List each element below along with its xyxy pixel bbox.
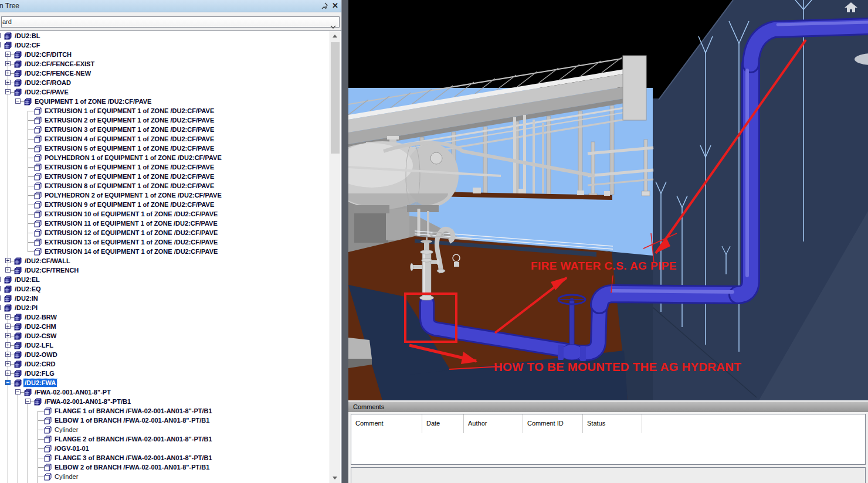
expand-toggle-icon[interactable] (5, 370, 11, 376)
tree-item[interactable]: FLANGE 2 of BRANCH /FWA-02-001-AN01-8"-P… (0, 434, 340, 444)
comments-table[interactable]: CommentDateAuthorComment IDStatus (351, 414, 866, 465)
tree-item[interactable]: EXTRUSION 11 of EQUIPMENT 1 of ZONE /DU2… (0, 219, 340, 228)
column-header-author[interactable]: Author (464, 414, 523, 433)
expand-toggle-icon[interactable] (5, 314, 11, 319)
tree-item[interactable]: /DU2-LFL (0, 341, 340, 350)
tree-item-label: /DU2:BL (13, 32, 41, 40)
tree-item[interactable]: /DU2:CF/FENCE-NEW (0, 69, 340, 78)
tree-item[interactable]: /DU2:CF/TRENCH (0, 266, 340, 275)
tree-item[interactable]: /DU2-CSW (0, 331, 340, 341)
comment-input-area[interactable] (351, 467, 866, 483)
collapse-toggle-icon[interactable] (5, 89, 11, 94)
tree-item-label: /DU2:CF/ROAD (23, 79, 72, 87)
tree-item[interactable]: /DU2-CHM (0, 322, 340, 331)
tree-item[interactable]: EXTRUSION 3 of EQUIPMENT 1 of ZONE /DU2:… (0, 125, 340, 134)
selection-tree[interactable]: /DU2:BL/DU2:CF/DU2:CF/DITCH/DU2:CF/FENCE… (0, 30, 341, 483)
tree-item[interactable]: EXTRUSION 5 of EQUIPMENT 1 of ZONE /DU2:… (0, 144, 340, 153)
collapse-toggle-icon[interactable] (0, 277, 1, 282)
tree-item-label: /DU2-LFL (23, 341, 55, 349)
tree-item[interactable]: /DU2:CF/ROAD (0, 78, 340, 87)
geometry-item-icon (34, 191, 42, 199)
tree-item[interactable]: POLYHEDRON 2 of EQUIPMENT 1 of ZONE /DU2… (0, 191, 340, 200)
geometry-item-icon (34, 135, 42, 142)
tree-item[interactable]: /DU2:FWA (0, 378, 340, 387)
tree-item[interactable]: /DU2-BRW (0, 312, 340, 322)
expand-toggle-icon[interactable] (5, 267, 11, 273)
collapse-toggle-icon[interactable] (15, 98, 21, 104)
panel-divider[interactable] (342, 0, 348, 483)
tree-item[interactable]: FLANGE 3 of BRANCH /FWA-02-001-AN01-8"-P… (0, 453, 340, 462)
tree-item[interactable]: EXTRUSION 14 of EQUIPMENT 1 of ZONE /DU2… (0, 247, 340, 256)
3d-viewport[interactable]: FIRE WATER C.S. AG PIPE HOW TO BE MOUNTE… (348, 0, 868, 400)
comments-panel-header[interactable]: Comments (348, 402, 868, 412)
tree-item[interactable]: ELBOW 1 of BRANCH /FWA-02-001-AN01-8"-PT… (0, 416, 340, 425)
tree-item[interactable]: /DU2:CF (0, 40, 340, 50)
column-header-comment[interactable]: Comment (351, 414, 422, 433)
tree-item[interactable]: /DU2:CF/DITCH (0, 50, 340, 59)
tree-item[interactable]: EXTRUSION 8 of EQUIPMENT 1 of ZONE /DU2:… (0, 181, 340, 191)
tree-item[interactable]: Cylinder (0, 425, 340, 434)
tree-scrollbar[interactable] (330, 31, 340, 483)
collapse-toggle-icon[interactable] (0, 33, 1, 38)
expand-toggle-icon[interactable] (5, 342, 11, 348)
column-header-status[interactable]: Status (583, 414, 642, 433)
tree-item[interactable]: Cylinder (0, 472, 340, 481)
tree-mode-dropdown[interactable]: ard (1, 16, 340, 28)
pin-icon[interactable] (320, 2, 328, 10)
collapse-toggle-icon[interactable] (0, 42, 1, 47)
tree-item[interactable]: EXTRUSION 1 of EQUIPMENT 1 of ZONE /DU2:… (0, 106, 340, 115)
collapse-toggle-icon[interactable] (25, 399, 30, 404)
tree-item-label: EXTRUSION 7 of EQUIPMENT 1 of ZONE /DU2:… (43, 172, 215, 181)
column-header-date[interactable]: Date (422, 414, 464, 433)
tree-item-label: /OGV-01-01 (53, 444, 90, 453)
scroll-down-button[interactable] (330, 473, 340, 483)
expand-toggle-icon[interactable] (5, 333, 11, 338)
expand-toggle-icon[interactable] (5, 70, 11, 76)
expand-toggle-icon[interactable] (5, 258, 11, 263)
close-icon[interactable]: ✕ (332, 1, 338, 11)
tree-item[interactable]: EXTRUSION 4 of EQUIPMENT 1 of ZONE /DU2:… (0, 134, 340, 144)
expand-toggle-icon[interactable] (5, 352, 11, 357)
tree-item[interactable]: EXTRUSION 13 of EQUIPMENT 1 of ZONE /DU2… (0, 237, 340, 247)
scrollbar-thumb[interactable] (331, 42, 340, 154)
tree-item-label: EXTRUSION 13 of EQUIPMENT 1 of ZONE /DU2… (43, 238, 219, 246)
tree-item[interactable]: EXTRUSION 7 of EQUIPMENT 1 of ZONE /DU2:… (0, 172, 340, 181)
tree-item-label: FLANGE 3 of BRANCH /FWA-02-001-AN01-8"-P… (53, 454, 213, 462)
expand-toggle-icon[interactable] (5, 324, 11, 329)
tree-item[interactable]: EQUIPMENT 1 of ZONE /DU2:CF/PAVE (0, 97, 340, 106)
tree-item[interactable]: /DU2:CF/PAVE (0, 87, 340, 97)
tree-item[interactable]: /DU2:CF/WALL (0, 256, 340, 266)
tree-item[interactable]: /DU2-OWD (0, 350, 340, 359)
tree-item[interactable]: /FWA-02-001-AN01-8"-PT/B1 (0, 397, 340, 406)
tree-item[interactable]: /DU2:EL (0, 275, 340, 284)
tree-item[interactable]: /FWA-02-001-AN01-8"-PT (0, 387, 340, 397)
tree-panel-titlebar[interactable]: n Tree ✕ (0, 0, 341, 12)
tree-item[interactable]: EXTRUSION 9 of EQUIPMENT 1 of ZONE /DU2:… (0, 200, 340, 209)
tree-item[interactable]: EXTRUSION 12 of EQUIPMENT 1 of ZONE /DU2… (0, 228, 340, 237)
tree-item[interactable]: /DU2:CF/FENCE-EXIST (0, 59, 340, 69)
column-header-comment-id[interactable]: Comment ID (523, 414, 583, 433)
collapse-toggle-icon[interactable] (0, 305, 1, 310)
tree-item[interactable]: /DU2:BL (0, 31, 340, 40)
tree-item[interactable]: /OGV-01-01 (0, 444, 340, 453)
tree-item[interactable]: /DU2:CRD (0, 359, 340, 369)
tree-item[interactable]: EXTRUSION 10 of EQUIPMENT 1 of ZONE /DU2… (0, 209, 340, 219)
expand-toggle-icon[interactable] (5, 80, 11, 85)
expand-toggle-icon[interactable] (5, 61, 11, 66)
tree-item[interactable]: FLANGE 1 of BRANCH /FWA-02-001-AN01-8"-P… (0, 406, 340, 416)
tree-item[interactable]: POLYHEDRON 1 of EQUIPMENT 1 of ZONE /DU2… (0, 153, 340, 162)
tree-item[interactable]: EXTRUSION 6 of EQUIPMENT 1 of ZONE /DU2:… (0, 162, 340, 172)
tree-item[interactable]: /DU2:IN (0, 294, 340, 303)
tree-item[interactable]: ELBOW 2 of BRANCH /FWA-02-001-AN01-8"-PT… (0, 462, 340, 472)
tree-item[interactable]: /DU2:EQ (0, 284, 340, 294)
expand-toggle-icon[interactable] (5, 361, 11, 366)
tree-item[interactable]: /DU2:FLG (0, 369, 340, 378)
scroll-up-button[interactable] (330, 31, 340, 41)
collapse-toggle-icon[interactable] (0, 295, 1, 301)
collapse-toggle-icon[interactable] (0, 286, 1, 291)
tree-item[interactable]: /DU2:PI (0, 303, 340, 312)
collapse-toggle-icon[interactable] (15, 389, 21, 394)
collapse-toggle-icon[interactable] (5, 380, 11, 385)
expand-toggle-icon[interactable] (5, 52, 11, 57)
tree-item[interactable]: EXTRUSION 2 of EQUIPMENT 1 of ZONE /DU2:… (0, 115, 340, 125)
